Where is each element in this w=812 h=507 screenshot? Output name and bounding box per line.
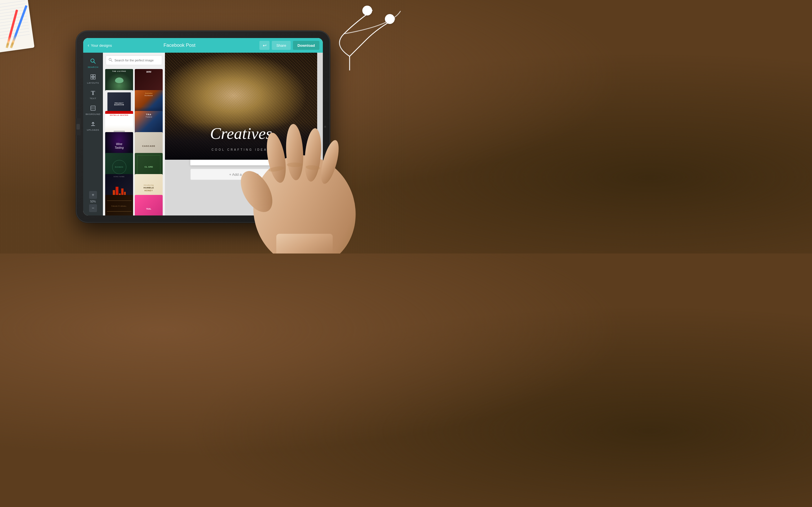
tablet: ‹ Your designs Facebook Post ↩ Share Dow…	[76, 31, 330, 223]
zoom-controls: + 50% −	[83, 191, 103, 216]
zoom-value: 50%	[90, 200, 96, 204]
svg-rect-7	[91, 106, 95, 110]
tablet-camera	[324, 125, 326, 128]
popup-subtitle: COOL CRAFTING IDEAS	[165, 148, 317, 151]
app-header: ‹ Your designs Facebook Post ↩ Share Dow…	[83, 38, 323, 53]
svg-line-2	[94, 62, 96, 64]
sidebar-layouts-label: LAYOUTS	[87, 82, 99, 84]
template-traditional[interactable]: TRADITIONAL SUBTITLE TEXT	[105, 195, 133, 216]
home-button-icon	[75, 118, 81, 135]
back-chevron-icon: ‹	[88, 43, 89, 48]
zoom-in-button[interactable]: +	[89, 191, 97, 199]
svg-rect-6	[93, 77, 95, 79]
text-icon: T	[91, 90, 95, 96]
svg-rect-0	[77, 124, 80, 129]
sidebar-item-search[interactable]: SEARCH	[83, 55, 103, 71]
layouts-icon	[90, 74, 96, 80]
zoom-out-button[interactable]: −	[89, 204, 97, 212]
svg-rect-18	[276, 234, 333, 253]
svg-line-11	[111, 60, 112, 61]
svg-rect-5	[91, 77, 93, 79]
template-teal-pink[interactable]: TEAL	[135, 195, 163, 216]
background-icon	[90, 105, 96, 112]
sidebar-item-text[interactable]: T TEXT	[83, 87, 103, 103]
app-title: Facebook Post	[100, 43, 259, 48]
search-input[interactable]	[106, 55, 162, 65]
popup-background: Creatives COOL CRAFTING IDEAS	[165, 53, 317, 160]
svg-rect-4	[93, 75, 95, 76]
popup-title: Creatives	[165, 124, 317, 143]
add-page-button[interactable]: + Add a new page	[190, 169, 297, 180]
uploads-icon	[90, 121, 96, 128]
search-wrapper	[106, 55, 162, 65]
popup-overlay[interactable]: Creatives COOL CRAFTING IDEAS	[165, 53, 317, 160]
sidebar-search-label: SEARCH	[88, 66, 98, 68]
sidebar-text-label: TEXT	[90, 97, 96, 100]
svg-rect-3	[91, 75, 93, 76]
tablet-screen: ‹ Your designs Facebook Post ↩ Share Dow…	[83, 38, 323, 216]
sidebar-item-uploads[interactable]: UPLOADS	[83, 118, 103, 134]
download-button[interactable]: Download	[293, 41, 319, 50]
sidebar: SEARCH LAYOUTS T TEXT	[83, 53, 103, 216]
undo-button[interactable]: ↩	[259, 41, 269, 50]
templates-grid: THE LILYPAD WIN PROJECTBEDROOM	[103, 68, 165, 216]
sidebar-bkground-label: BKGROUND	[86, 113, 101, 115]
sidebar-item-background[interactable]: BKGROUND	[83, 103, 103, 118]
search-icon	[90, 58, 96, 65]
share-button[interactable]: Share	[272, 41, 291, 50]
templates-panel: THE LILYPAD WIN PROJECTBEDROOM	[103, 53, 165, 216]
sidebar-uploads-label: UPLOADS	[87, 129, 99, 131]
header-actions: ↩ Share Download	[259, 41, 323, 50]
search-icon-small	[109, 58, 112, 63]
tablet-home-button[interactable]	[75, 118, 81, 135]
sidebar-item-layouts[interactable]: LAYOUTS	[83, 71, 103, 87]
search-area	[103, 53, 165, 68]
